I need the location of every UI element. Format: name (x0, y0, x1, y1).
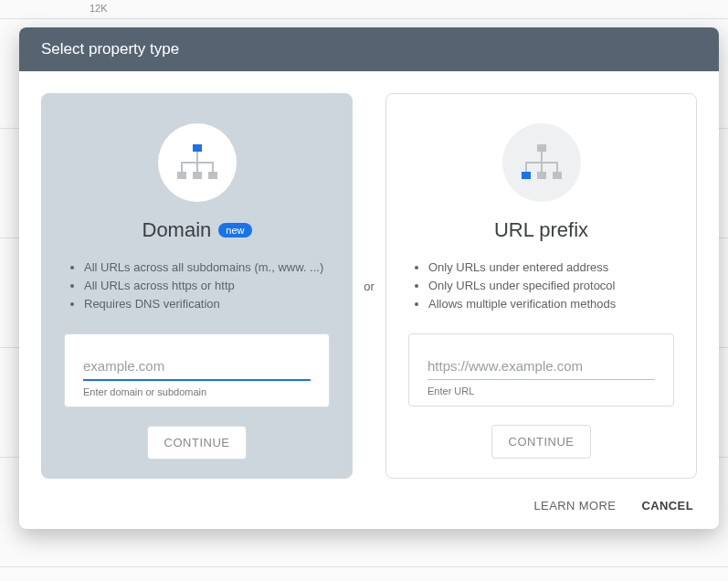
bullet: Allows multiple verification methods (428, 295, 674, 313)
select-property-dialog: Select property type Domain new All URLs… (19, 27, 719, 529)
domain-input[interactable] (83, 353, 311, 381)
domain-sitemap-icon (158, 123, 237, 202)
bullet: Requires DNS verification (84, 295, 330, 313)
bullet: All URLs across https or http (84, 277, 330, 295)
url-prefix-input[interactable] (427, 353, 655, 380)
svg-rect-2 (193, 172, 202, 179)
url-prefix-helper: Enter URL (427, 386, 655, 396)
svg-rect-1 (177, 172, 186, 179)
domain-input-box: Enter domain or subdomain (64, 333, 330, 407)
domain-helper: Enter domain or subdomain (83, 386, 311, 397)
svg-rect-5 (522, 172, 531, 179)
bullet: All URLs across all subdomains (m., www.… (84, 259, 330, 277)
url-prefix-input-box: Enter URL (408, 333, 674, 407)
url-prefix-continue-button[interactable]: CONTINUE (491, 425, 592, 459)
url-prefix-card[interactable]: URL prefix Only URLs under entered addre… (385, 93, 697, 479)
domain-title: Domain (142, 218, 212, 242)
url-prefix-bullets: Only URLs under entered address Only URL… (408, 259, 674, 317)
axis-tick-label: 12K (90, 3, 108, 14)
url-prefix-sitemap-icon (502, 123, 581, 202)
dialog-body: Domain new All URLs across all subdomain… (19, 71, 719, 486)
svg-rect-6 (537, 172, 546, 179)
bullet: Only URLs under specified protocol (428, 277, 674, 295)
domain-continue-button[interactable]: CONTINUE (147, 426, 248, 460)
svg-rect-7 (553, 172, 562, 179)
new-badge: new (218, 223, 251, 238)
dialog-footer: LEARN MORE CANCEL (19, 486, 719, 529)
bullet: Only URLs under entered address (428, 259, 674, 277)
svg-rect-3 (208, 172, 217, 179)
svg-rect-4 (537, 144, 546, 152)
or-divider: or (353, 93, 385, 479)
domain-card[interactable]: Domain new All URLs across all subdomain… (41, 93, 353, 479)
domain-bullets: All URLs across all subdomains (m., www.… (64, 259, 330, 317)
learn-more-button[interactable]: LEARN MORE (533, 499, 616, 512)
dialog-title: Select property type (19, 27, 719, 71)
cancel-button[interactable]: CANCEL (641, 499, 693, 512)
url-prefix-title: URL prefix (494, 218, 588, 242)
svg-rect-0 (193, 144, 202, 152)
